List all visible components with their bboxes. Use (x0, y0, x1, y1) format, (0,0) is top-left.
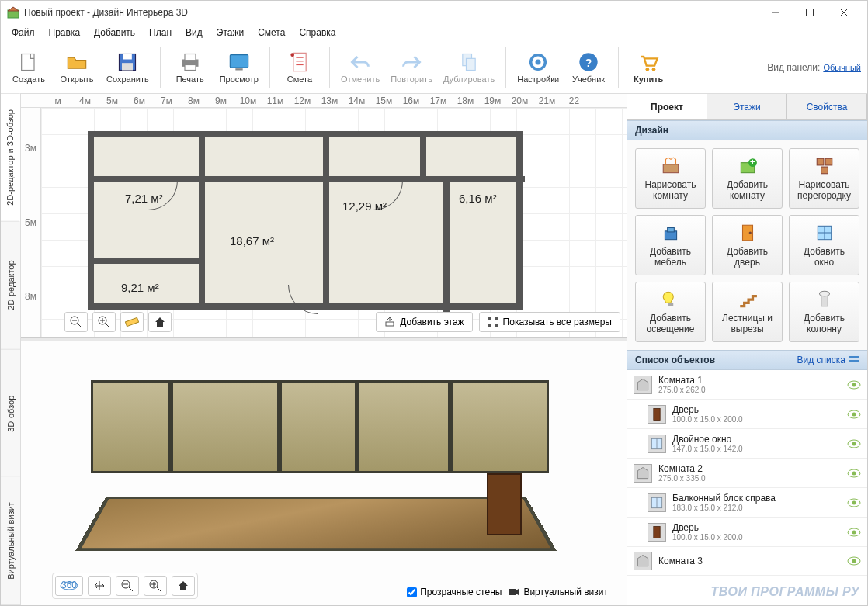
door-icon (648, 405, 666, 424)
object-row[interactable]: Дверь100.0 x 15.0 x 200.0 (627, 518, 867, 547)
menu-Справка[interactable]: Справка (293, 26, 342, 40)
open-button[interactable]: Открыть (55, 44, 99, 91)
create-button[interactable]: Создать (7, 44, 50, 91)
svg-rect-78 (654, 408, 660, 420)
svg-marker-56 (516, 588, 519, 596)
show-dims-button[interactable]: Показывать все размеры (479, 312, 620, 332)
menu-Файл[interactable]: Файл (5, 26, 41, 40)
zoom-in-3d-button[interactable] (144, 576, 167, 596)
view-2d[interactable]: 3м5м8м 7,21 м² 18,67 м² 12,29 м² 6 (21, 108, 627, 337)
object-row[interactable]: Комната 1275.0 x 262.0 (627, 370, 867, 400)
object-row[interactable]: Комната 2275.0 x 335.0 (627, 459, 867, 488)
view-3d[interactable]: 360 Прозрачные стены Виртуальный визит (21, 341, 627, 605)
print-button[interactable]: Печать (168, 44, 212, 91)
floorplan-canvas[interactable]: 7,21 м² 18,67 м² 12,29 м² 6,16 м² 9,21 м… (41, 108, 627, 337)
menu-Этажи[interactable]: Этажи (210, 26, 250, 40)
minimize-button[interactable] (759, 1, 793, 24)
visibility-icon[interactable] (847, 468, 861, 479)
tool-4[interactable]: Добавить дверь (712, 215, 783, 275)
rotate-360-button[interactable]: 360 (55, 576, 83, 596)
visibility-icon[interactable] (847, 527, 861, 538)
tool-8[interactable]: Добавить колонну (789, 282, 859, 342)
menu-Смета[interactable]: Смета (252, 26, 291, 40)
object-row[interactable]: Балконный блок справа183.0 x 15.0 x 212.… (627, 488, 867, 518)
visibility-icon[interactable] (847, 409, 861, 420)
svg-point-27 (652, 68, 656, 71)
side-tab-1[interactable]: 2D-редактор (1, 222, 20, 350)
tool-0[interactable]: Нарисовать комнату (635, 148, 706, 209)
rp-tab-Свойства[interactable]: Свойства (787, 94, 867, 119)
svg-rect-37 (386, 322, 394, 326)
zoom-in-button[interactable] (92, 312, 116, 332)
side-tab-3[interactable]: Виртуальный визит (1, 477, 20, 605)
tool-5[interactable]: Добавить окно (789, 215, 859, 275)
room-area-3: 12,29 м² (342, 199, 387, 213)
design-section-title: Дизайн (627, 120, 867, 140)
visibility-icon[interactable] (847, 497, 861, 508)
zoom-out-3d-button[interactable] (116, 576, 139, 596)
menu-Вид[interactable]: Вид (179, 26, 209, 40)
transparent-walls-checkbox[interactable]: Прозрачные стены (407, 587, 502, 597)
tool-2[interactable]: Нарисовать перегородку (789, 148, 859, 209)
object-row[interactable]: Комната 3 (627, 547, 867, 576)
panel-mode-link[interactable]: Обычный (823, 63, 861, 72)
tool-3[interactable]: Добавить мебель (635, 215, 706, 275)
tool-7[interactable]: Лестницы и вырезы (712, 282, 783, 342)
tool-6[interactable]: Добавить освещение (635, 282, 706, 342)
home-button[interactable] (148, 312, 172, 332)
undo-button[interactable]: Отменить (338, 44, 383, 91)
visibility-icon[interactable] (847, 556, 861, 566)
svg-point-73 (819, 291, 829, 296)
svg-rect-75 (849, 360, 859, 362)
svg-point-23 (536, 59, 541, 64)
object-row[interactable]: Дверь100.0 x 15.0 x 200.0 (627, 400, 867, 429)
maximize-button[interactable] (793, 1, 827, 24)
preview-button[interactable]: Просмотр (217, 44, 262, 91)
svg-rect-21 (467, 58, 476, 70)
side-tab-2[interactable]: 3D-обзор (1, 350, 20, 478)
svg-rect-63 (821, 167, 828, 174)
object-row[interactable]: Двойное окно147.0 x 15.0 x 142.0 (627, 429, 867, 459)
menu-План[interactable]: План (143, 26, 178, 40)
duplicate-button[interactable]: Дублировать (440, 44, 498, 91)
estimate-button[interactable]: Смета (278, 44, 321, 91)
svg-point-90 (852, 500, 856, 504)
home-3d-button[interactable] (172, 576, 195, 596)
visibility-icon[interactable] (847, 438, 861, 449)
app-icon (7, 6, 19, 19)
save-button[interactable]: Сохранить (103, 44, 152, 91)
redo-button[interactable]: Повторить (387, 44, 436, 91)
svg-point-93 (852, 530, 856, 534)
object-list-title: Список объектов (635, 355, 715, 365)
svg-point-67 (748, 231, 751, 234)
rp-tab-Проект[interactable]: Проект (627, 94, 707, 119)
measure-button[interactable] (120, 312, 144, 332)
tool-1[interactable]: +Добавить комнату (712, 148, 783, 209)
add-floor-button[interactable]: Добавить этаж (376, 312, 472, 332)
visibility-icon[interactable] (847, 379, 861, 390)
window-icon (648, 493, 666, 512)
side-tab-0[interactable]: 2D-редактор и 3D-обзор (1, 94, 20, 222)
svg-rect-41 (488, 317, 491, 320)
list-view-toggle[interactable]: Вид списка (797, 355, 859, 365)
pan-button[interactable] (88, 576, 111, 596)
svg-rect-42 (495, 317, 498, 320)
svg-rect-3 (807, 9, 814, 16)
settings-button[interactable]: Настройки (514, 44, 562, 91)
virtual-visit-button[interactable]: Виртуальный визит (508, 587, 608, 597)
rp-tab-Этажи[interactable]: Этажи (707, 94, 787, 119)
svg-point-84 (852, 442, 856, 445)
tutorial-button[interactable]: ?Учебник (567, 44, 610, 91)
svg-rect-44 (495, 324, 498, 327)
buy-button[interactable]: Купить (627, 44, 670, 91)
svg-marker-1 (8, 7, 19, 11)
menubar: ФайлПравкаДобавитьПланВидЭтажиСметаСправ… (1, 24, 867, 41)
svg-rect-35 (125, 318, 138, 327)
svg-text:+: + (749, 156, 755, 168)
window-icon (648, 435, 666, 453)
menu-Добавить[interactable]: Добавить (88, 26, 141, 40)
svg-line-51 (157, 587, 161, 591)
menu-Правка[interactable]: Правка (43, 26, 87, 40)
close-button[interactable] (827, 1, 861, 24)
zoom-out-button[interactable] (64, 312, 88, 332)
